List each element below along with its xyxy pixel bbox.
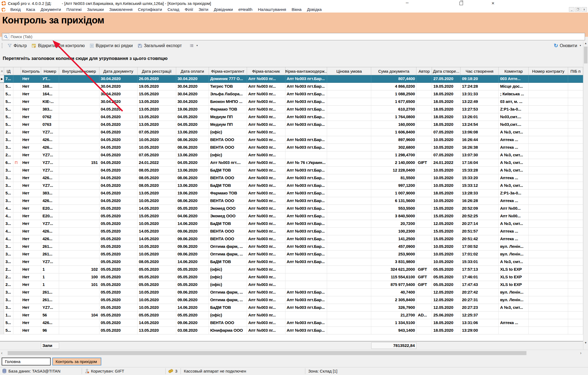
cell-doc_date[interactable]: 05.05.2020 (99, 228, 138, 235)
cell-doc_date[interactable]: 05.05.2020 (99, 205, 138, 212)
cell-contract_number[interactable] (529, 106, 568, 113)
cell-created_time[interactable]: 13:07:30 (461, 151, 499, 159)
cell-internal_number[interactable]: 100 (59, 273, 99, 281)
cell-reg_date[interactable]: 05.05.2020 (138, 266, 176, 273)
cell-author[interactable] (416, 182, 432, 189)
cell-comment[interactable]: вул. Ленін... (499, 289, 529, 296)
cell-doc_date[interactable]: 04.05.2020 (99, 190, 138, 197)
row-selector[interactable] (0, 235, 4, 243)
cell-sum[interactable]: 2 305,8400 (371, 296, 416, 304)
cell-comment[interactable] (499, 312, 529, 319)
search-box[interactable] (2, 33, 585, 40)
cell-contractor[interactable]: (офіс) (209, 281, 247, 288)
cell-author[interactable] (416, 251, 432, 258)
cell-comment[interactable]: XLS to EXP (499, 266, 529, 273)
cell-owner[interactable]: Апт №003 пг... (247, 136, 285, 144)
cell-pib[interactable] (568, 144, 583, 151)
cell-flag[interactable] (13, 151, 21, 159)
cell-id[interactable]: 3... (4, 251, 13, 258)
cell-owner[interactable]: Апт №003 пг... (247, 243, 285, 250)
cell-consignee[interactable]: Апт №003 пгт.Бар... (285, 235, 327, 243)
cell-reg_date[interactable]: 14.05.2020 (138, 319, 176, 327)
cell-doc_date[interactable]: 04.05.2020 (99, 174, 138, 182)
table-row[interactable]: 5...Нет168...30.04.202019.05.202030.04.2… (0, 83, 583, 90)
cell-number[interactable]: YZ7... (41, 220, 59, 227)
cell-internal_number[interactable] (59, 182, 99, 189)
cell-doc_date[interactable]: 30.04.2020 (99, 83, 138, 90)
cell-price_condition[interactable] (327, 228, 371, 235)
cell-created_date[interactable]: 18.05.2020 (432, 327, 461, 334)
table-row[interactable]: 5...Нет9605.05.202013.05.202003.08.2020Ю… (0, 327, 583, 334)
row-selector[interactable] (0, 251, 4, 258)
cell-internal_number[interactable] (59, 129, 99, 136)
cell-created_date[interactable]: 18.05.2020 (432, 106, 461, 113)
cell-contract_number[interactable] (529, 319, 568, 327)
cell-control[interactable]: Нет (21, 190, 41, 197)
cell-author[interactable] (416, 319, 432, 327)
cell-id[interactable]: 2... (4, 129, 13, 136)
cell-flag[interactable] (13, 212, 21, 220)
cell-price_condition[interactable] (327, 144, 371, 151)
cell-price_condition[interactable] (327, 281, 371, 288)
cell-consignee[interactable]: Апт №003 пгт.Бар... (285, 251, 327, 258)
cell-author[interactable] (416, 144, 432, 151)
cell-sum[interactable]: 12 228,0400 (371, 167, 416, 174)
cell-internal_number[interactable] (59, 174, 99, 182)
cell-price_condition[interactable] (327, 251, 371, 258)
cell-pib[interactable] (568, 228, 583, 235)
cell-internal_number[interactable] (59, 296, 99, 304)
cell-comment[interactable]: Z:P1-3a-0... (499, 190, 529, 197)
cell-internal_number[interactable]: 104 (59, 312, 99, 319)
cell-sum[interactable]: 997,1200 (371, 182, 416, 189)
cell-number[interactable]: 261... (41, 296, 59, 304)
cell-control[interactable]: Нет (21, 220, 41, 227)
cell-created_date[interactable]: 25.06.2020 (432, 312, 461, 319)
cell-contractor[interactable]: Фармако ТОВ (209, 106, 247, 113)
cell-owner[interactable]: Апт №003 пг... (247, 144, 285, 151)
scroll-down-icon[interactable]: ▼ (583, 341, 588, 344)
cell-number[interactable]: E20... (41, 212, 59, 220)
cell-price_condition[interactable] (327, 197, 371, 205)
cell-control[interactable]: Нет (21, 266, 41, 273)
cell-flag[interactable] (13, 220, 21, 227)
table-row[interactable]: 3...НетYZ7...04.05.202008.05.202013.06.2… (0, 167, 583, 174)
menu-item-вихід[interactable]: Вихід (8, 7, 23, 13)
cell-internal_number[interactable] (59, 190, 99, 197)
cell-created_date[interactable]: 12.05.2020 (432, 220, 461, 227)
table-row[interactable]: 2...НетYZ7...04.05.202007.05.202013.06.2… (0, 129, 583, 136)
cell-pib[interactable] (568, 83, 583, 90)
cell-pib[interactable] (568, 197, 583, 205)
cell-created_time[interactable]: 17:01:02 (461, 251, 499, 258)
cell-doc_date[interactable]: 05.05.2020 (99, 251, 138, 258)
cell-author[interactable] (416, 106, 432, 113)
cell-consignee[interactable]: Апт №003 пгт.Бар... (285, 90, 327, 98)
cell-pay_date[interactable]: 08.06.2020 (176, 136, 209, 144)
cell-contractor[interactable]: ВЕНТА ООО (209, 144, 247, 151)
cell-internal_number[interactable] (59, 289, 99, 296)
cell-internal_number[interactable]: 151 (59, 159, 99, 166)
cell-contract_number[interactable] (529, 167, 568, 174)
cell-reg_date[interactable]: 13.05.2020 (138, 98, 176, 105)
row-selector[interactable] (0, 167, 4, 174)
cell-flag[interactable] (13, 281, 21, 288)
cell-pay_date[interactable]: 05.05.2020 (176, 281, 209, 288)
row-selector[interactable] (0, 220, 4, 227)
cell-contract_number[interactable] (529, 327, 568, 334)
cell-contractor[interactable]: ВЕНТА ООО (209, 174, 247, 182)
row-selector[interactable] (0, 266, 4, 273)
cell-pay_date[interactable]: 04.05.2020 (176, 159, 209, 166)
cell-pay_date[interactable]: 08.06.2020 (176, 144, 209, 151)
column-header-contract_number[interactable]: Номер контракту (529, 67, 568, 75)
cell-price_condition[interactable] (327, 220, 371, 227)
cell-created_time[interactable]: 16:26:44 (461, 136, 499, 144)
cell-control[interactable]: Нет (21, 251, 41, 258)
cell-author[interactable] (416, 205, 432, 212)
cell-comment[interactable]: А №3, смт... (499, 304, 529, 311)
cell-doc_date[interactable]: 05.05.2020 (99, 235, 138, 243)
cell-reg_date[interactable]: 10.05.2020 (138, 289, 176, 296)
cell-contractor[interactable]: Экомед ООО (209, 205, 247, 212)
cell-internal_number[interactable] (59, 251, 99, 258)
cell-comment[interactable]: А №3, смт... (499, 258, 529, 266)
general-export-button[interactable]: Загальний експорт (135, 42, 184, 49)
cell-created_time[interactable]: 13:22:49 (461, 98, 499, 105)
